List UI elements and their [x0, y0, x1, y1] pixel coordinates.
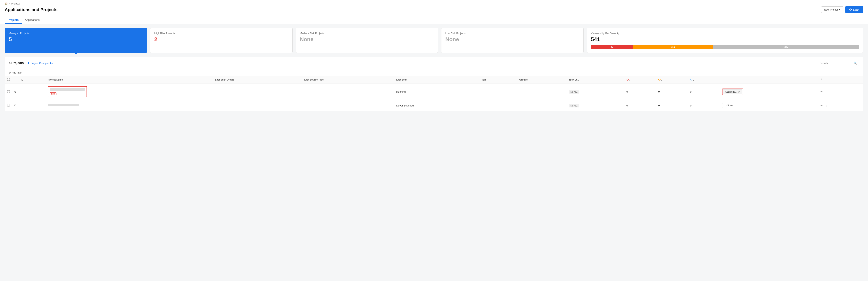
- top-header: 🏠 > Projects Applications and Projects N…: [0, 0, 868, 24]
- filter-row: ⊜ Add filter: [5, 69, 863, 76]
- search-input[interactable]: [820, 62, 852, 65]
- row2-vuln-med: 0: [656, 100, 688, 111]
- stats-section: Managed Projects 5 High Risk Projects 2 …: [0, 24, 868, 57]
- row2-action-icons: 👁 ⋮: [820, 104, 861, 107]
- th-project-name: Project Name: [45, 76, 213, 83]
- new-project-label: New Project: [824, 8, 838, 11]
- medium-risk-label: Medium Risk Projects: [300, 32, 434, 35]
- search-icon: 🔍: [854, 62, 857, 65]
- low-risk-value: None: [445, 36, 580, 42]
- row1-risk-cell: No As...: [567, 83, 624, 100]
- high-risk-label: High Risk Projects: [154, 32, 288, 35]
- row2-source-type-cell: [302, 100, 394, 111]
- row2-checkbox[interactable]: [7, 104, 10, 106]
- row1-checkbox-cell: [5, 83, 12, 100]
- select-all-checkbox[interactable]: [7, 78, 10, 81]
- row1-checkbox[interactable]: [7, 90, 10, 93]
- row2-risk-cell: No As...: [567, 100, 624, 111]
- row1-tags-cell: [479, 83, 517, 100]
- high-risk-value: 2: [154, 36, 288, 42]
- th-vuln-high: 🛡..: [624, 76, 656, 83]
- vuln-bar-segment: 295: [713, 45, 859, 49]
- more-options-icon[interactable]: ⋮: [825, 90, 828, 93]
- managed-projects-card[interactable]: Managed Projects 5: [5, 28, 147, 53]
- row1-groups-cell: [517, 83, 567, 100]
- th-copy: [12, 76, 19, 83]
- scan-label: Scan: [853, 8, 859, 11]
- row2-vuln-low: 0: [688, 100, 719, 111]
- vulnerability-bar: 85161295: [591, 45, 859, 49]
- managed-projects-label: Managed Projects: [9, 32, 143, 35]
- th-vuln-low: 🛡..: [688, 76, 719, 83]
- row1-copy-cell[interactable]: ⧉: [12, 83, 19, 100]
- low-risk-card[interactable]: Low Risk Projects None: [441, 28, 584, 53]
- row-scan-icon: ⟳: [725, 104, 726, 107]
- row1-source-type-cell: [302, 83, 394, 100]
- breadcrumb-sep: >: [9, 2, 10, 5]
- vulnerability-total: 541: [591, 36, 859, 42]
- scan-button[interactable]: ⟳ Scan: [845, 6, 863, 13]
- filter-icon: ⊜: [9, 71, 11, 74]
- scan-icon: ⟳: [849, 8, 852, 11]
- row1-action-cell: Scanning... ⟳: [720, 83, 818, 100]
- th-id: ID: [19, 76, 45, 83]
- th-tags: Tags: [479, 76, 517, 83]
- breadcrumb-current: Projects: [11, 2, 20, 5]
- row2-id-cell: [19, 100, 45, 111]
- row2-action-cell: ⟳ Scan: [720, 100, 818, 111]
- data-table: ID Project Name Last Scan Origin Last So…: [5, 76, 863, 111]
- tab-projects[interactable]: Projects: [5, 16, 22, 24]
- search-box[interactable]: 🔍: [817, 60, 859, 66]
- new-badge: New: [50, 93, 57, 95]
- th-last-scan: Last Scan: [394, 76, 479, 83]
- page-title: Applications and Projects: [5, 7, 57, 12]
- vulnerability-title: Vulnerability Per Severity: [591, 32, 859, 35]
- more-options-icon[interactable]: ⋮: [825, 104, 828, 107]
- scanning-button[interactable]: Scanning... ⟳: [723, 89, 742, 94]
- table-header: 5 Projects ⬇ Project Configuration 🔍: [5, 57, 863, 69]
- main-content: 5 Projects ⬇ Project Configuration 🔍 ⊜ A…: [5, 57, 863, 111]
- row2-name-cell: [45, 100, 213, 111]
- project-config-label: Project Configuration: [30, 62, 54, 65]
- view-icon[interactable]: 👁: [820, 104, 823, 107]
- row1-scan-origin-cell: [213, 83, 302, 100]
- row1-id-cell: [19, 83, 45, 100]
- th-groups: Groups: [517, 76, 567, 83]
- copy-icon: ⧉: [14, 104, 16, 107]
- row2-last-scan-cell: Never Scanned: [394, 100, 479, 111]
- high-risk-card[interactable]: High Risk Projects 2: [150, 28, 292, 53]
- table-header-row: ID Project Name Last Scan Origin Last So…: [5, 76, 863, 83]
- low-risk-label: Low Risk Projects: [445, 32, 580, 35]
- columns-icon[interactable]: ⠿: [820, 78, 822, 81]
- vuln-bar-segment: 161: [633, 45, 713, 49]
- row2-tags-cell: [479, 100, 517, 111]
- add-filter-label: Add filter: [12, 71, 22, 74]
- copy-icon: ⧉: [14, 90, 16, 93]
- row1-name-blurred: [50, 88, 85, 91]
- row-scan-button[interactable]: ⟳ Scan: [722, 103, 735, 108]
- row2-checkbox-cell: [5, 100, 12, 111]
- row2-scan-origin-cell: [213, 100, 302, 111]
- tabs: Projects Applications: [5, 16, 863, 24]
- row2-vuln-high: 0: [624, 100, 656, 111]
- view-icon[interactable]: 👁: [820, 90, 823, 93]
- row1-last-scan-cell: Running: [394, 83, 479, 100]
- project-configuration-link[interactable]: ⬇ Project Configuration: [28, 62, 54, 65]
- row1-risk-badge: No As...: [569, 90, 580, 94]
- row2-name-blurred: [48, 104, 79, 106]
- th-checkbox: [5, 76, 12, 83]
- add-filter-button[interactable]: ⊜ Add filter: [9, 71, 22, 74]
- tab-applications[interactable]: Applications: [22, 16, 43, 24]
- breadcrumb-home[interactable]: 🏠: [5, 2, 8, 5]
- row1-action-icons: 👁 ⋮: [820, 90, 861, 93]
- page-wrapper: 🏠 > Projects Applications and Projects N…: [0, 0, 868, 281]
- row1-vuln-high: 0: [624, 83, 656, 100]
- table-row: ⧉ New Running No As...: [5, 83, 863, 100]
- new-project-button[interactable]: New Project ▾: [821, 6, 843, 13]
- th-source-type: Last Source Type: [302, 76, 394, 83]
- row1-icons-cell: 👁 ⋮: [818, 83, 863, 100]
- th-vuln-med: 🛡..: [656, 76, 688, 83]
- scanning-wrapper: Scanning... ⟳: [722, 89, 743, 95]
- medium-risk-card[interactable]: Medium Risk Projects None: [296, 28, 438, 53]
- row2-copy-cell[interactable]: ⧉: [12, 100, 19, 111]
